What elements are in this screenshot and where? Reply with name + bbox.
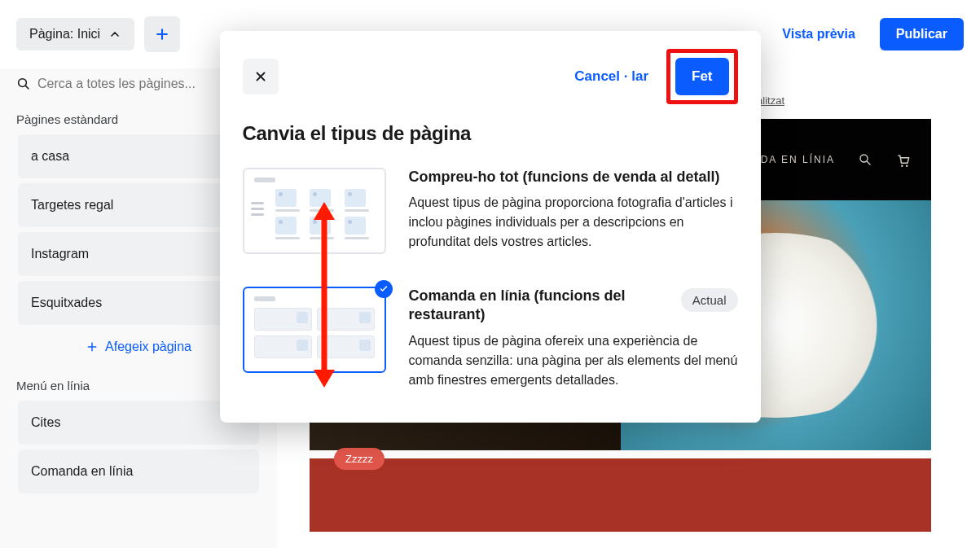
done-highlight: Fet — [666, 49, 738, 104]
modal-title: Canvia el tipus de pàgina — [243, 122, 738, 145]
preview-button[interactable]: Vista prèvia — [767, 18, 870, 50]
topbar-right: Vista prèvia Publicar — [767, 18, 964, 50]
topbar-left: Pàgina: Inici — [16, 16, 180, 52]
plus-icon — [86, 340, 99, 353]
banner-bottom — [310, 458, 931, 532]
search-icon[interactable] — [858, 152, 872, 167]
chevron-up-icon — [108, 28, 121, 41]
option-shop-all-thumb — [243, 168, 386, 254]
svg-point-0 — [19, 79, 27, 87]
sidebar-item-online-order[interactable]: Comanda en línia — [18, 449, 259, 493]
option-shop-all-desc: Aquest tipus de pàgina proporciona fotog… — [409, 193, 738, 252]
add-page-label: Afegeix pàgina — [105, 340, 191, 354]
option-online-order-desc: Aquest tipus de pàgina ofereix una exper… — [409, 331, 738, 390]
svg-point-3 — [906, 164, 908, 167]
modal-actions: Cancel · lar Fet — [569, 49, 737, 104]
status-badge: Zzzzz — [334, 448, 385, 470]
nav-item-online-order[interactable]: DA EN LÍNIA — [761, 154, 835, 165]
add-page-button[interactable] — [144, 16, 180, 52]
svg-point-2 — [901, 164, 903, 167]
check-icon — [375, 280, 393, 298]
plus-icon — [154, 26, 170, 42]
page-selector-label: Pàgina: Inici — [29, 27, 100, 42]
option-shop-all-title: Compreu-ho tot (funcions de venda al det… — [409, 168, 738, 186]
close-icon — [253, 69, 268, 84]
page-selector[interactable]: Pàgina: Inici — [16, 18, 134, 50]
option-online-order[interactable]: Comanda en línia (funcions del restauran… — [243, 287, 738, 390]
current-tag: Actual — [681, 288, 738, 312]
cancel-button[interactable]: Cancel · lar — [569, 60, 653, 93]
svg-point-1 — [860, 155, 868, 162]
option-online-order-thumb — [243, 287, 386, 373]
modal: Cancel · lar Fet Canvia el tipus de pàgi… — [220, 31, 761, 423]
modal-header: Cancel · lar Fet — [243, 49, 738, 104]
option-shop-all[interactable]: Compreu-ho tot (funcions de venda al det… — [243, 168, 738, 254]
option-online-order-body: Comanda en línia (funcions del restauran… — [409, 287, 738, 390]
close-button[interactable] — [243, 59, 279, 94]
done-button[interactable]: Fet — [675, 58, 729, 95]
search-icon — [16, 77, 31, 91]
option-online-order-title: Comanda en línia (funcions del restauran… — [409, 287, 670, 325]
option-shop-all-body: Compreu-ho tot (funcions de venda al det… — [409, 168, 738, 252]
cart-icon[interactable] — [895, 152, 910, 167]
publish-button[interactable]: Publicar — [880, 18, 964, 50]
